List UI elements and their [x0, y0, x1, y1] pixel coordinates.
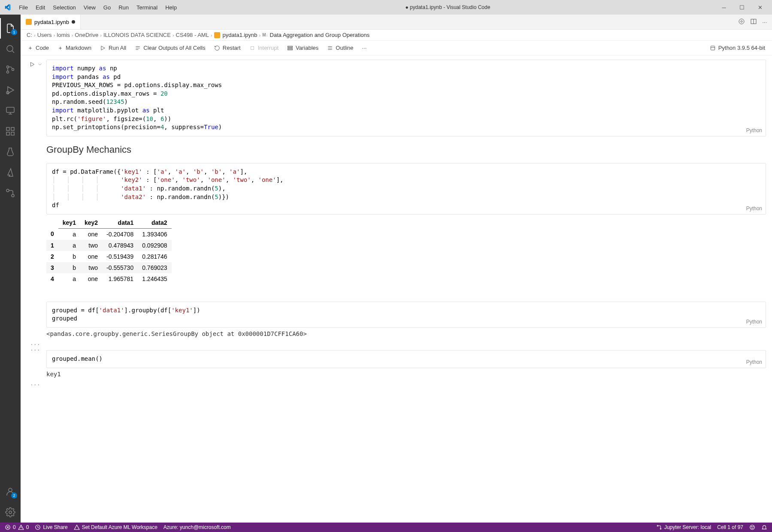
- notebook-toolbar: ＋Code ＋Markdown Run All Clear Outputs of…: [21, 41, 772, 55]
- menu-run[interactable]: Run: [115, 3, 132, 12]
- cell-language-label[interactable]: Python: [746, 359, 762, 366]
- text-output: key1: [46, 371, 766, 378]
- output-collapse-icon[interactable]: ···: [30, 381, 40, 388]
- svg-rect-34: [711, 46, 714, 50]
- cell-language-label[interactable]: Python: [746, 127, 762, 134]
- breadcrumb-seg[interactable]: Users: [37, 32, 52, 38]
- source-control-icon[interactable]: [0, 59, 21, 80]
- maximize-button[interactable]: ☐: [733, 1, 751, 14]
- svg-point-43: [660, 528, 661, 529]
- svg-marker-36: [31, 62, 34, 66]
- code-editor[interactable]: grouped = df['data1'].groupby(df['key1']…: [46, 302, 766, 328]
- split-editor-icon[interactable]: [750, 18, 757, 26]
- svg-point-42: [657, 525, 658, 526]
- output-collapse-icon[interactable]: ···: [30, 347, 40, 353]
- toolbar-overflow-icon[interactable]: ···: [359, 43, 370, 53]
- breadcrumb-seg[interactable]: CS498 - AML: [176, 32, 209, 38]
- svg-rect-28: [288, 46, 293, 47]
- cell-language-label[interactable]: Python: [746, 318, 762, 326]
- azure-icon[interactable]: [0, 162, 21, 183]
- menu-selection[interactable]: Selection: [49, 3, 79, 12]
- status-jupyter-server[interactable]: Jupyter Server: local: [653, 523, 714, 532]
- status-feedback-icon[interactable]: [746, 523, 758, 532]
- minimize-button[interactable]: ─: [715, 1, 733, 14]
- tab-pydata1[interactable]: pydata1.ipynb: [21, 15, 81, 29]
- menu-go[interactable]: Go: [100, 3, 114, 12]
- variables-button[interactable]: Variables: [284, 43, 322, 53]
- breadcrumb-cell[interactable]: Data Aggregation and Group Operations: [270, 32, 370, 38]
- breadcrumb-seg[interactable]: C:: [27, 32, 32, 38]
- notebook-file-icon: [214, 32, 220, 38]
- close-button[interactable]: ✕: [751, 1, 769, 14]
- settings-gear-icon[interactable]: [0, 502, 21, 523]
- extensions-icon[interactable]: [0, 121, 21, 142]
- svg-rect-7: [6, 107, 14, 112]
- restart-button[interactable]: Restart: [211, 43, 244, 53]
- svg-point-16: [12, 194, 14, 197]
- status-live-share[interactable]: Live Share: [32, 523, 70, 532]
- dirty-indicator-icon: [72, 20, 75, 24]
- svg-rect-27: [251, 46, 254, 49]
- code-editor[interactable]: grouped.mean()Python: [46, 350, 766, 368]
- menu-bar: File Edit Selection View Go Run Terminal…: [15, 3, 180, 12]
- code-editor[interactable]: df = pd.DataFrame({'key1' : ['a', 'a', '…: [46, 163, 766, 215]
- accounts-icon[interactable]: 2: [0, 481, 21, 502]
- code-cell[interactable]: df = pd.DataFrame({'key1' : ['a', 'a', '…: [46, 163, 766, 284]
- vscode-logo-icon: [3, 3, 11, 11]
- code-cell[interactable]: grouped = df['data1'].groupby(df['key1']…: [46, 302, 766, 337]
- status-azure-account[interactable]: Azure: yunch@microsoft.com: [160, 523, 234, 532]
- status-cell-position[interactable]: Cell 1 of 97: [714, 523, 746, 532]
- table-row: 3btwo-0.5557300.769023: [46, 262, 172, 273]
- add-markdown-button[interactable]: ＋Markdown: [54, 42, 95, 54]
- clear-outputs-button[interactable]: Clear Outputs of All Cells: [131, 43, 209, 53]
- cell-language-label[interactable]: Python: [746, 205, 762, 212]
- svg-point-0: [7, 45, 13, 51]
- run-debug-icon[interactable]: [0, 80, 21, 100]
- kernel-picker[interactable]: Python 3.9.5 64-bit: [706, 43, 769, 53]
- notebook-body[interactable]: import numpy as np import pandas as pd P…: [21, 55, 772, 523]
- github-actions-icon[interactable]: [0, 183, 21, 203]
- code-cell[interactable]: grouped.mean()Python ··· key1: [46, 350, 766, 378]
- remote-explorer-icon[interactable]: [0, 100, 21, 121]
- run-cell-button[interactable]: [29, 61, 43, 67]
- menu-help[interactable]: Help: [162, 3, 180, 12]
- svg-point-45: [751, 526, 752, 527]
- svg-point-46: [753, 526, 753, 527]
- add-code-button[interactable]: ＋Code: [24, 42, 52, 54]
- breadcrumb-seg[interactable]: OneDrive: [75, 32, 98, 38]
- menu-terminal[interactable]: Terminal: [133, 3, 161, 12]
- toolbar-settings-icon[interactable]: [738, 18, 745, 26]
- status-errors[interactable]: 0 0: [2, 523, 32, 532]
- table-row: 4aone1.9657811.246435: [46, 273, 172, 284]
- breadcrumb-seg[interactable]: lomis: [57, 32, 70, 38]
- svg-point-20: [739, 19, 744, 24]
- code-cell[interactable]: import numpy as np import pandas as pd P…: [46, 60, 766, 136]
- more-actions-icon[interactable]: ···: [762, 19, 767, 25]
- svg-marker-23: [101, 46, 105, 50]
- search-icon[interactable]: [0, 39, 21, 59]
- svg-point-4: [12, 69, 14, 71]
- testing-icon[interactable]: [0, 142, 21, 162]
- accounts-badge: 2: [11, 493, 17, 499]
- menu-edit[interactable]: Edit: [32, 3, 48, 12]
- run-all-button[interactable]: Run All: [97, 43, 130, 53]
- svg-rect-13: [11, 127, 14, 130]
- markdown-heading[interactable]: GroupBy Mechanics: [46, 144, 766, 155]
- breadcrumb[interactable]: C:› Users› lomis› OneDrive› ILLONOIS DAT…: [21, 30, 772, 41]
- code-editor[interactable]: import numpy as np import pandas as pd P…: [46, 60, 766, 136]
- activity-bar: 1 2: [0, 15, 21, 523]
- status-azure-workspace[interactable]: Set Default Azure ML Workspace: [71, 523, 160, 532]
- menu-view[interactable]: View: [80, 3, 99, 12]
- menu-file[interactable]: File: [15, 3, 31, 12]
- outline-button[interactable]: Outline: [324, 43, 357, 53]
- output-collapse-icon[interactable]: ···: [30, 341, 40, 348]
- status-notifications-icon[interactable]: [758, 523, 770, 532]
- table-row: 1atwo0.4789430.092908: [46, 240, 172, 251]
- breadcrumb-file[interactable]: pydata1.ipynb: [223, 32, 257, 38]
- title-bar: File Edit Selection View Go Run Terminal…: [0, 0, 772, 15]
- svg-point-15: [6, 189, 9, 192]
- explorer-icon[interactable]: 1: [0, 18, 21, 39]
- window-title: ● pydata1.ipynb - Visual Studio Code: [180, 4, 715, 10]
- breadcrumb-seg[interactable]: ILLONOIS DATA SCIENCE: [103, 32, 171, 38]
- text-output: <pandas.core.groupby.generic.SeriesGroup…: [46, 330, 766, 337]
